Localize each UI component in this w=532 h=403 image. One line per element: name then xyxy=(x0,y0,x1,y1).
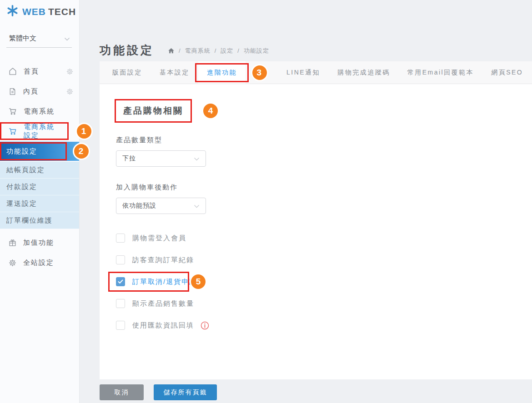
field-add-to-cart-action: 加入購物車後動作 依功能預設 xyxy=(116,183,516,214)
breadcrumb-item[interactable]: 電商系統 xyxy=(185,47,211,55)
field-label: 產品數量類型 xyxy=(116,136,516,144)
tab-email-templates[interactable]: 常用Email回覆範本 xyxy=(399,61,483,84)
document-icon xyxy=(8,87,17,96)
sidebar-item-label: 電商系統設定 xyxy=(24,123,62,140)
annotation-marker-1: 1 xyxy=(75,123,93,140)
sidebar-item-ecommerce[interactable]: 電商系統 xyxy=(0,101,79,121)
sidebar-subitem-function-settings[interactable]: 功能設定 2 xyxy=(0,142,79,161)
action-bar: 取消 儲存所有頁籤 xyxy=(80,379,532,403)
sidebar-subitem-payment-settings[interactable]: 付款設定 xyxy=(0,179,79,195)
select-value: 下拉 xyxy=(122,154,136,163)
sidebar-subitem-checkout-settings[interactable]: 結帳頁設定 xyxy=(0,162,79,179)
info-icon[interactable] xyxy=(201,321,209,330)
sidebar-item-label: 全站設定 xyxy=(23,259,54,267)
annotation-marker-3: 3 xyxy=(251,64,268,81)
language-value: 繁體中文 xyxy=(9,34,36,43)
sidebar-item-ecommerce-settings[interactable]: 電商系統設定 1 xyxy=(0,122,69,140)
chevron-down-icon xyxy=(194,202,200,209)
page-title: 功能設定 xyxy=(100,44,154,56)
breadcrumb-item: 功能設定 xyxy=(244,47,269,55)
checkbox-row-remittance-info: 使用匯款資訊回填 xyxy=(116,314,516,336)
select-value: 依功能預設 xyxy=(122,202,156,210)
breadcrumb-separator: / xyxy=(215,47,217,54)
section-title-box: 產品購物相關 4 xyxy=(115,99,192,123)
brand-logo: WEBTECH xyxy=(0,0,79,19)
breadcrumb-item[interactable]: 設定 xyxy=(221,47,233,55)
cancel-button[interactable]: 取消 xyxy=(100,384,144,400)
checkbox-row-guest-order-lookup: 訪客查詢訂單紀錄 xyxy=(116,249,516,271)
field-product-quantity-type: 產品數量類型 下拉 xyxy=(116,136,516,167)
sidebar-item-addons[interactable]: 加值功能 xyxy=(0,233,79,253)
tab-seo[interactable]: 網頁SEO xyxy=(482,61,532,84)
gift-icon xyxy=(8,239,17,247)
checkbox-row-login-required: 購物需登入會員 xyxy=(116,227,516,249)
home-icon xyxy=(8,67,17,76)
sidebar-subitem-shipping-settings[interactable]: 運送設定 xyxy=(0,195,79,212)
asterisk-icon xyxy=(6,5,19,19)
sidebar-item-label: 首頁 xyxy=(24,67,39,76)
tab-basic-settings[interactable]: 基本設定 xyxy=(151,61,198,84)
home-icon[interactable] xyxy=(168,47,175,54)
sidebar-item-label: 加值功能 xyxy=(23,239,54,247)
chevron-down-icon xyxy=(194,155,200,162)
tab-advanced-features[interactable]: 進階功能 3 xyxy=(198,61,246,84)
tab-content: 產品購物相關 4 產品數量類型 下拉 加入購物車後動作 依功能預設 xyxy=(100,84,532,379)
checkbox-guest-order-lookup[interactable] xyxy=(116,255,125,264)
tab-line-notify[interactable]: LINE通知 xyxy=(278,61,329,84)
annotation-marker-2: 2 xyxy=(73,143,90,160)
tab-layout-settings[interactable]: 版面設定 xyxy=(104,61,151,84)
checkbox-row-show-sales-count: 顯示產品銷售數量 xyxy=(116,293,516,314)
page-header: 功能設定 / 電商系統 / 設定 / 功能設定 xyxy=(80,0,532,61)
breadcrumb: / 電商系統 / 設定 / 功能設定 xyxy=(168,45,269,55)
gear-icon[interactable] xyxy=(66,68,74,75)
product-quantity-type-select[interactable]: 下拉 xyxy=(116,150,206,167)
tab-bar: 版面設定 基本設定 進階功能 3 設定 LINE通知 購物完成追蹤碼 常用Ema… xyxy=(100,61,532,84)
annotation-marker-4: 4 xyxy=(202,102,219,119)
tab-checkout-tracking-code[interactable]: 購物完成追蹤碼 xyxy=(329,61,399,84)
sidebar-item-label: 電商系統 xyxy=(24,107,55,116)
checkbox-order-cancel-return[interactable] xyxy=(116,277,125,286)
add-to-cart-action-select[interactable]: 依功能預設 xyxy=(116,198,206,214)
section-title: 產品購物相關 xyxy=(123,106,183,115)
brand-name: WEBTECH xyxy=(22,6,76,17)
breadcrumb-separator: / xyxy=(237,47,240,54)
field-label: 加入購物車後動作 xyxy=(116,183,516,192)
settings-panel: 版面設定 基本設定 進階功能 3 設定 LINE通知 購物完成追蹤碼 常用Ema… xyxy=(100,61,532,379)
cart-icon xyxy=(8,107,17,116)
checkbox-login-required[interactable] xyxy=(116,234,125,243)
chevron-down-icon xyxy=(64,35,70,42)
sidebar-item-home[interactable]: 首頁 xyxy=(0,61,79,81)
annotation-marker-5: 5 xyxy=(190,273,207,290)
gear-icon xyxy=(8,259,17,267)
main-area: 功能設定 / 電商系統 / 設定 / 功能設定 版面設定 基本設定 進階功能 3… xyxy=(80,0,532,403)
sidebar-item-site-settings[interactable]: 全站設定 xyxy=(0,253,79,273)
gear-icon[interactable] xyxy=(66,88,74,95)
breadcrumb-separator: / xyxy=(179,47,181,54)
checkbox-remittance-info[interactable] xyxy=(116,321,125,330)
checkbox-row-order-cancel-return: 訂單取消/退貨申請 5 xyxy=(116,271,516,293)
cart-icon xyxy=(8,127,17,136)
sidebar-subitem-order-fields[interactable]: 訂單欄位維護 xyxy=(0,212,79,229)
sidebar-subitem-label: 功能設定 xyxy=(6,147,37,156)
sidebar-item-innerpage[interactable]: 內頁 xyxy=(0,81,79,101)
sidebar: WEBTECH 繁體中文 首頁 內頁 xyxy=(0,0,80,403)
checkbox-list: 購物需登入會員 訪客查詢訂單紀錄 訂單取消/退貨申請 5 顯示產品銷售數量 xyxy=(116,227,516,336)
checkbox-show-sales-count[interactable] xyxy=(116,299,125,308)
sidebar-item-label: 內頁 xyxy=(23,87,39,96)
save-all-tabs-button[interactable]: 儲存所有頁籤 xyxy=(154,384,217,400)
language-selector[interactable]: 繁體中文 xyxy=(6,34,72,48)
